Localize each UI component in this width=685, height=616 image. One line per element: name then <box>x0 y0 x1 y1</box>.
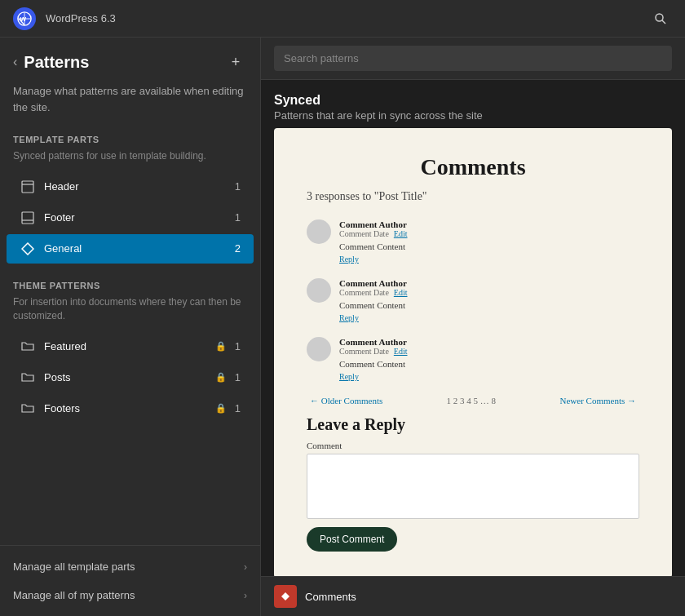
sidebar-item-featured[interactable]: Featured 🔒 1 <box>7 331 254 361</box>
pattern-preview-area: Comments 3 responses to "Post Title" Com… <box>261 128 685 576</box>
theme-patterns-label: THEME PATTERNS <box>0 274 260 294</box>
manage-template-parts-label: Manage all template parts <box>13 561 135 573</box>
post-comment-button[interactable]: Post Comment <box>307 527 397 552</box>
comment-date-2: Comment Date <box>339 288 389 297</box>
manage-template-parts-link[interactable]: Manage all template parts › <box>0 552 260 581</box>
svg-marker-8 <box>22 243 33 255</box>
sidebar-item-header[interactable]: Header 1 <box>7 172 254 202</box>
comment-meta-2: Comment Date Edit <box>339 288 639 297</box>
header-count: 1 <box>235 180 241 193</box>
sidebar-item-general[interactable]: General 2 <box>7 234 254 264</box>
comment-content-3: Comment Content <box>339 359 639 369</box>
chevron-right-icon-2: › <box>244 590 247 601</box>
featured-label: Featured <box>44 340 206 352</box>
sidebar-item-footer[interactable]: Footer 1 <box>7 203 254 233</box>
pattern-icon <box>274 585 297 608</box>
comment-textarea[interactable] <box>307 454 639 519</box>
posts-lock-icon: 🔒 <box>215 372 227 383</box>
search-input[interactable] <box>274 46 672 71</box>
back-button[interactable]: ‹ <box>13 55 17 69</box>
avatar-1 <box>307 219 331 244</box>
search-bar-container <box>261 38 685 80</box>
pagination-row: ← Older Comments 1 2 3 4 5 … 8 Newer Com… <box>307 396 639 405</box>
wp-logo[interactable]: W <box>13 7 36 30</box>
general-label: General <box>44 242 227 255</box>
comment-edit-1[interactable]: Edit <box>394 229 408 238</box>
featured-folder-icon <box>20 338 36 354</box>
sidebar-header: ‹ Patterns + <box>0 38 260 80</box>
add-pattern-button[interactable]: + <box>224 51 247 73</box>
svg-text:W: W <box>20 15 27 22</box>
comment-item-2: Comment Author Comment Date Edit Comment… <box>307 278 639 322</box>
comment-content-1: Comment Content <box>339 242 639 251</box>
svg-rect-6 <box>22 212 33 224</box>
comment-author-1: Comment Author <box>339 219 639 229</box>
sidebar-item-posts[interactable]: Posts 🔒 1 <box>7 362 254 392</box>
posts-count: 1 <box>235 371 241 383</box>
sidebar-footer: Manage all template parts › Manage all o… <box>0 545 260 616</box>
comment-author-2: Comment Author <box>339 278 639 288</box>
footers-folder-icon <box>20 400 36 416</box>
theme-patterns-desc: For insertion into documents where they … <box>0 294 260 331</box>
comment-body-3: Comment Author Comment Date Edit Comment… <box>339 337 639 381</box>
general-count: 2 <box>235 242 241 255</box>
newer-comments-link[interactable]: Newer Comments → <box>560 396 636 405</box>
sidebar-description: Manage what patterns are available when … <box>0 80 260 128</box>
header-label: Header <box>44 180 227 193</box>
top-bar: W WordPress 6.3 <box>0 0 685 38</box>
preview-title: Comments <box>307 154 639 180</box>
footer-count: 1 <box>235 211 241 224</box>
comment-meta-1: Comment Date Edit <box>339 229 639 238</box>
comment-meta-3: Comment Date Edit <box>339 347 639 356</box>
pattern-bottom-bar: Comments <box>261 576 685 616</box>
comment-item-3: Comment Author Comment Date Edit Comment… <box>307 337 639 381</box>
avatar-3 <box>307 337 331 361</box>
section-desc: Patterns that are kept in sync across th… <box>274 109 672 122</box>
leave-reply-title: Leave a Reply <box>307 415 639 434</box>
topbar-search-button[interactable] <box>649 7 672 30</box>
app-title: WordPress 6.3 <box>46 12 639 24</box>
comment-author-3: Comment Author <box>339 337 639 347</box>
svg-line-3 <box>662 20 665 24</box>
pattern-card: Comments 3 responses to "Post Title" Com… <box>274 128 672 576</box>
layout-bottom-icon <box>20 210 36 226</box>
manage-my-patterns-label: Manage all of my patterns <box>13 589 135 601</box>
footer-label: Footer <box>44 211 227 224</box>
older-comments-link[interactable]: ← Older Comments <box>310 396 382 405</box>
chevron-right-icon-1: › <box>244 561 247 573</box>
comment-reply-2[interactable]: Reply <box>339 313 639 322</box>
section-title: Synced <box>274 93 672 108</box>
footers-lock-icon: 🔒 <box>215 403 227 414</box>
posts-label: Posts <box>44 371 206 383</box>
featured-lock-icon: 🔒 <box>215 341 227 352</box>
comment-reply-3[interactable]: Reply <box>339 372 639 381</box>
pagination-pages: 1 2 3 4 5 … 8 <box>447 396 497 405</box>
pattern-preview: Comments 3 responses to "Post Title" Com… <box>274 128 672 576</box>
comment-reply-1[interactable]: Reply <box>339 255 639 264</box>
svg-point-2 <box>656 14 663 21</box>
content-header: Synced Patterns that are kept in sync ac… <box>261 80 685 128</box>
manage-my-patterns-link[interactable]: Manage all of my patterns › <box>0 581 260 609</box>
comment-field-label: Comment <box>307 441 639 450</box>
avatar-2 <box>307 278 331 303</box>
comment-body-2: Comment Author Comment Date Edit Comment… <box>339 278 639 322</box>
comment-edit-2[interactable]: Edit <box>394 288 408 297</box>
comment-edit-3[interactable]: Edit <box>394 347 408 356</box>
comment-item-1: Comment Author Comment Date Edit Comment… <box>307 219 639 264</box>
layout-icon <box>20 179 36 195</box>
content-area: Synced Patterns that are kept in sync ac… <box>261 38 685 616</box>
sidebar-title: Patterns <box>24 53 218 72</box>
footers-label: Footers <box>44 402 206 414</box>
comment-body-1: Comment Author Comment Date Edit Comment… <box>339 219 639 264</box>
footers-count: 1 <box>235 402 241 414</box>
comment-content-2: Comment Content <box>339 300 639 310</box>
comment-date-3: Comment Date <box>339 347 389 356</box>
featured-count: 1 <box>235 340 241 352</box>
preview-subtitle: 3 responses to "Post Title" <box>307 190 639 203</box>
diamond-icon <box>20 241 36 257</box>
template-parts-desc: Synced patterns for use in template buil… <box>0 148 260 171</box>
sidebar-item-footers[interactable]: Footers 🔒 1 <box>7 393 254 423</box>
pattern-name: Comments <box>305 591 356 603</box>
comment-date-1: Comment Date <box>339 229 389 238</box>
template-parts-label: TEMPLATE PARTS <box>0 128 260 148</box>
